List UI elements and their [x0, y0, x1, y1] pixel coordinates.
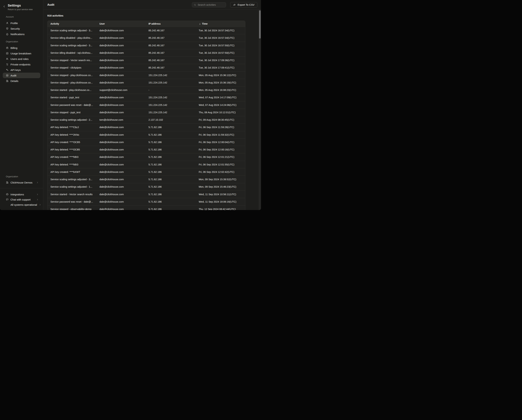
sidebar-item-usage-breakdown[interactable]: Usage breakdown: [3, 51, 40, 56]
sidebar-item-billing[interactable]: Billing: [3, 45, 40, 51]
cell-time: Wed, 11 Sep 2024 18:06:16(UTC): [199, 200, 245, 203]
cell-activity: Service stopped - clickpipes: [47, 66, 100, 69]
sidebar-item-profile[interactable]: Profile: [3, 20, 40, 26]
cell-ip-address: 5.71.62.186: [148, 156, 199, 158]
page-header: Audit Export To CSV: [43, 0, 261, 10]
table-row: Service password was reset - dale@...dal…: [47, 198, 245, 205]
key-icon: [6, 69, 9, 71]
column-header-user[interactable]: User: [100, 22, 148, 25]
table-row: Service password was reset - dale@...dal…: [47, 101, 245, 109]
export-csv-button[interactable]: Export To CSV: [230, 2, 257, 8]
sidebar-item-notifications[interactable]: Notifications: [3, 31, 40, 37]
cell-user: dale@clickhouse.com: [100, 104, 148, 106]
cell-activity: Service scaling settings adjusted - 3...: [47, 29, 100, 32]
sidebar-item-all-systems-operational[interactable]: All systems operational: [3, 202, 40, 207]
sidebar-item-audit[interactable]: Audit: [3, 73, 40, 78]
cell-activity: Service password was reset - dale@...: [47, 104, 100, 106]
column-header-ip-address[interactable]: IP address: [148, 22, 199, 25]
table-row: Service idling disabled - play.clickho..…: [47, 34, 245, 41]
sidebar-item-label: Security: [10, 27, 20, 30]
cell-user: dale@clickhouse.com: [100, 111, 148, 114]
cell-ip-address: 5.71.62.186: [148, 185, 199, 188]
sidebar-header: Settings Return to your service view: [0, 0, 43, 11]
cell-ip-address: 5.71.62.186: [148, 163, 199, 166]
cell-user: dale@clickhouse.com: [100, 96, 148, 99]
scrollbar-track[interactable]: [259, 10, 261, 210]
cell-user: dale@clickhouse.com: [100, 171, 148, 173]
sidebar-bottom: Organization ClickHouse Demos Integratio…: [0, 175, 43, 210]
cell-activity: Service scaling settings adjusted - 3...: [47, 178, 100, 181]
cell-ip-address: 151.224.225.142: [148, 96, 199, 99]
sidebar-item-details[interactable]: Details: [3, 78, 40, 84]
scrollbar-thumb[interactable]: [259, 10, 261, 39]
audit-table: ActivityUserIP addressTime Service scali…: [47, 21, 245, 210]
column-header-time[interactable]: Time: [199, 22, 245, 25]
cell-time: Tue, 30 Jul 2024 16:57:34(UTC): [199, 37, 245, 39]
table-row: Service scaling settings adjusted - 1...…: [47, 183, 245, 190]
cell-ip-address: 85.242.48.167: [148, 51, 199, 54]
table-body: Service scaling settings adjusted - 3...…: [47, 27, 245, 210]
cell-time: Fri, 06 Sep 2024 11:59:32(UTC): [199, 133, 245, 136]
chevron-right-icon: [36, 193, 38, 195]
table-row: Service scaling settings adjusted - 3...…: [47, 42, 245, 49]
search-input[interactable]: [192, 2, 226, 7]
cell-user: dale@clickhouse.com: [100, 44, 148, 47]
sidebar-item-clickhouse-demos[interactable]: ClickHouse Demos: [3, 180, 40, 185]
cell-activity: Service started - play.clickhouse.co...: [47, 89, 100, 91]
sidebar-item-private-endpoints[interactable]: Private endpoints: [3, 62, 40, 67]
table-row: Service stopped - play.clickhouse.co...d…: [47, 79, 245, 86]
cell-activity: API key created: ****hBI3: [47, 156, 100, 158]
sidebar-item-chat-with-support[interactable]: Chat with support: [3, 197, 40, 202]
cell-user: support@clickhouse.com: [100, 89, 148, 91]
sidebar-item-api-keys[interactable]: API keys: [3, 67, 40, 73]
export-icon: [233, 3, 236, 6]
table-row: API key deleted: ****hBI3dale@clickhouse…: [47, 161, 245, 168]
cell-time: Mon, 05 Aug 2024 15:36:19(UTC): [199, 81, 245, 84]
cell-time: Tue, 30 Jul 2024 16:57:50(UTC): [199, 51, 245, 54]
arrows-icon: [6, 63, 9, 66]
cell-activity: Service started - Vector search results: [47, 193, 100, 196]
cell-time: Mon, 09 Sep 2024 15:39:52(UTC): [199, 178, 245, 181]
cell-activity: Service password was reset - dale@...: [47, 200, 100, 203]
cell-time: Thu, 12 Sep 2024 08:42:44(UTC): [199, 208, 245, 210]
cell-user: dale@clickhouse.com: [100, 148, 148, 151]
cell-user: dale@clickhouse.com: [100, 185, 148, 188]
sidebar-item-integrations[interactable]: Integrations: [3, 192, 40, 197]
billing-icon: [6, 47, 9, 49]
back-chevron-icon[interactable]: [3, 5, 6, 8]
table-row: API key deleted: ****OCB5dale@clickhouse…: [47, 146, 245, 153]
table-row: API key deleted: ****2KNcdale@clickhouse…: [47, 131, 245, 138]
cell-time: Mon, 05 Aug 2024 15:36:12(UTC): [199, 74, 245, 77]
cell-activity: Service stopped - play.clickhouse.co...: [47, 74, 100, 77]
cell-user: dale@clickhouse.com: [100, 66, 148, 69]
sidebar-item-security[interactable]: Security: [3, 26, 40, 31]
cell-ip-address: 5.71.62.186: [148, 208, 199, 210]
sidebar-item-label: Chat with support: [10, 198, 31, 201]
sidebar-sections: AccountProfileSecurityNotificationsOrgan…: [0, 16, 43, 84]
cell-ip-address: 5.71.62.186: [148, 178, 199, 181]
sidebar-item-label: Users and roles: [10, 57, 29, 60]
sidebar-item-users-and-roles[interactable]: Users and roles: [3, 56, 40, 62]
chevron-right-icon: [36, 198, 38, 201]
cell-ip-address: 151.224.225.142: [148, 111, 199, 114]
audit-icon: [6, 74, 9, 77]
cell-activity: Service stopped - observability-demo: [47, 208, 100, 210]
sidebar-section: AccountProfileSecurityNotifications: [0, 16, 43, 37]
table-row: Service stopped - play.clickhouse.co...d…: [47, 71, 245, 79]
sidebar-section: OrganizationBillingUsage breakdownUsers …: [0, 40, 43, 84]
users-icon: [6, 57, 9, 60]
cell-activity: Service scaling settings adjusted - 1...: [47, 185, 100, 188]
cell-activity: Service stopped - play.clickhouse.co...: [47, 81, 100, 84]
cell-ip-address: 2.137.10.102: [148, 118, 199, 121]
sidebar-item-label: Profile: [10, 22, 18, 25]
chevron-right-icon: [36, 181, 38, 184]
cell-time: Fri, 06 Sep 2024 12:01:55(UTC): [199, 163, 245, 166]
table-row: API key deleted: ****CbzJdale@clickhouse…: [47, 124, 245, 131]
cell-ip-address: 151.224.225.142: [148, 104, 199, 106]
cell-activity: Service started - pypi_test: [47, 96, 100, 99]
search-box: [192, 2, 226, 8]
user-icon: [6, 22, 9, 24]
return-to-service-link[interactable]: Return to your service view: [8, 8, 41, 11]
cell-ip-address: 151.224.225.142: [148, 74, 199, 77]
column-header-activity[interactable]: Activity: [47, 22, 100, 25]
